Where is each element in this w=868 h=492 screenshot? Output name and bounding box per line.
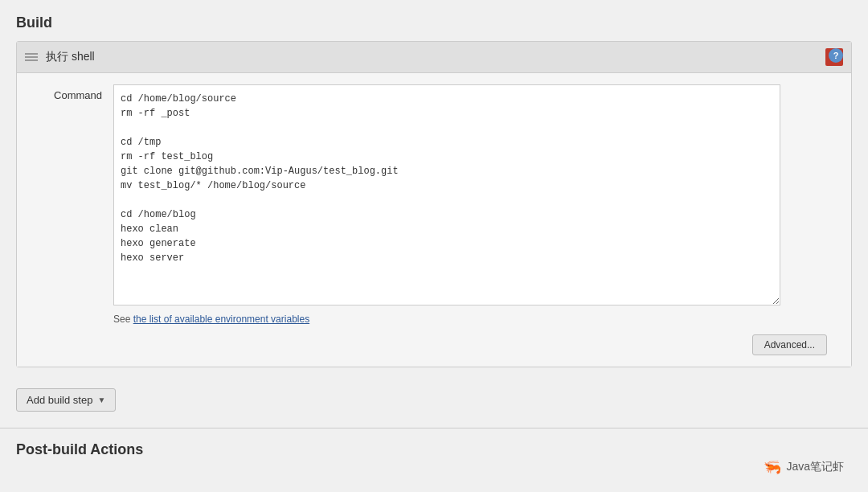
watermark-icon: 🦐: [764, 458, 781, 476]
page-container: Build 执行 shell x ? Command: [0, 0, 868, 492]
build-step-body: ? Command <span class="cmd-blue">cd</spa…: [17, 73, 851, 367]
add-build-step-button[interactable]: Add build step ▼: [16, 388, 116, 412]
command-textarea[interactable]: <span class="cmd-blue">cd</span> /home/b…: [113, 84, 780, 305]
build-step-container: 执行 shell x ? Command <span class="cmd-bl…: [0, 41, 868, 367]
help-text-prefix: See: [113, 314, 133, 325]
add-step-area: Add build step ▼: [0, 375, 868, 424]
drag-handle[interactable]: [25, 53, 38, 61]
watermark: 🦐 Java笔记虾: [764, 458, 844, 476]
post-build-title: Post-build Actions: [16, 441, 852, 458]
advanced-button[interactable]: Advanced...: [752, 334, 827, 355]
help-text: See the list of available environment va…: [113, 314, 835, 325]
add-build-step-label: Add build step: [27, 394, 92, 406]
command-row: Command <span class="cmd-blue">cd</span>…: [33, 84, 835, 305]
env-variables-link[interactable]: the list of available environment variab…: [133, 314, 309, 325]
step-title: 执行 shell: [46, 50, 825, 64]
post-build-section: Post-build Actions: [0, 428, 868, 458]
command-label: Command: [33, 84, 113, 101]
dropdown-arrow-icon: ▼: [97, 396, 105, 404]
advanced-row: Advanced...: [33, 334, 835, 355]
watermark-text: Java笔记虾: [786, 460, 844, 474]
build-step-card: 执行 shell x ? Command <span class="cmd-bl…: [16, 41, 852, 367]
build-step-header: 执行 shell x: [17, 42, 851, 73]
help-icon[interactable]: ?: [829, 48, 843, 63]
build-section-title: Build: [0, 0, 868, 41]
